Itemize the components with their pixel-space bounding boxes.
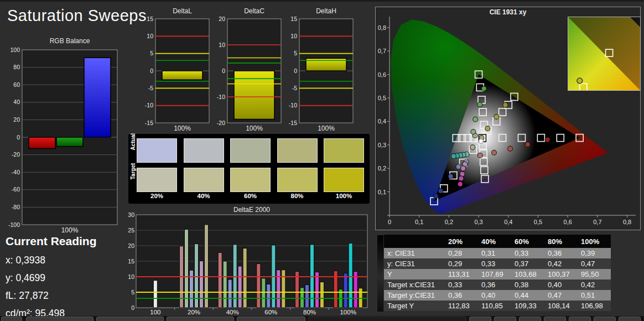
bottom-tab[interactable] [519,317,541,321]
svg-text:0,8: 0,8 [378,24,386,31]
measured-point [508,146,513,151]
svg-text:0,5: 0,5 [534,219,542,225]
measured-point [481,86,486,91]
svg-text:0,6: 0,6 [564,219,572,225]
current-reading-title: Current Reading [6,235,97,248]
bottom-tab[interactable] [308,317,466,321]
swatch-actual-60% [230,138,271,163]
table-header-cell: 100% [578,235,611,248]
table-cell: 108,14 [544,301,578,311]
svg-text:-60: -60 [12,186,20,193]
svg-text:100%: 100% [318,125,335,132]
swatch-column-label: 80% [277,193,318,199]
svg-text:0,6: 0,6 [378,71,386,78]
table-cell: 0,33 [478,258,511,269]
svg-text:15: 15 [128,258,134,265]
bottom-tab[interactable] [494,317,516,321]
svg-text:10: 10 [290,33,297,39]
table-cell: 0,37 [511,258,544,269]
svg-text:100%: 100% [340,309,356,315]
bottom-tab[interactable] [26,317,94,321]
table-row-label: x: CIE31 [384,248,445,258]
bottom-tab[interactable] [619,317,641,321]
svg-text:-10: -10 [217,94,225,100]
svg-text:DeltaH: DeltaH [316,7,336,15]
table-row: Target Y112,83110,85109,33108,14106,98 [384,301,611,311]
table-cell: 0,36 [478,279,511,290]
table-row: Target x:CIE310,330,360,380,400,42 [384,279,611,290]
svg-text:80: 80 [13,64,20,70]
table-row: x: CIE310,280,310,330,360,39 [384,248,611,258]
measured-point [458,182,463,187]
svg-text:10: 10 [219,42,225,48]
meter-bar [234,71,274,119]
svg-text:DeltaL: DeltaL [173,7,192,15]
deltae-bar [185,229,189,308]
svg-text:-10: -10 [289,102,297,108]
measured-point [477,102,482,107]
table-cell: 0,29 [445,258,478,269]
bottom-tab[interactable] [544,317,566,321]
bar-green [56,137,83,147]
bottom-tab[interactable] [167,317,234,321]
bottom-tab[interactable] [594,317,616,321]
deltae-bar [300,288,304,308]
reading-fl: fL: 27,872 [6,290,97,302]
svg-text:0,8: 0,8 [623,219,631,225]
rgb_balance-svg: RGB Balance-100-80-60-40-200204060801001… [3,37,128,235]
page-title: Saturation Sweeps [7,7,147,25]
swatch-row-label: Target [130,171,136,180]
bottom-tab[interactable] [469,317,491,321]
bottom-tab[interactable] [569,317,591,321]
measured-point [451,154,456,159]
svg-text:-20: -20 [12,151,20,158]
delta-h-chart: DeltaH-15-10-5051015100% [284,7,356,133]
measured-point [494,114,499,119]
bottom-tab[interactable] [237,317,305,321]
table-header-cell: 60% [511,235,544,248]
bottom-tab[interactable] [96,317,164,321]
svg-text:100%: 100% [246,125,263,132]
table-cell: 0,47 [544,290,578,301]
table-cell: 0,40 [478,290,511,301]
svg-text:RGB Balance: RGB Balance [50,37,90,45]
svg-text:-40: -40 [12,169,20,175]
deltae-bar [267,284,271,308]
svg-text:0,4: 0,4 [504,219,512,225]
bottom-tab[interactable] [1,317,22,321]
svg-text:-15: -15 [145,120,153,126]
measurement-table: 20%40%60%80%100%x: CIE310,280,310,330,36… [384,235,611,311]
swatch-column-label: 20% [137,193,177,199]
swatch-actual-100% [324,138,364,163]
deltae-bar [277,270,281,308]
measured-point [438,188,443,193]
window-top-border [0,0,644,2]
table-cell: 0,33 [511,248,544,258]
deltae-bar [190,270,194,308]
svg-text:20: 20 [219,15,225,22]
svg-text:5: 5 [294,50,297,56]
delta-l-chart: DeltaL-15-10-5051015100% [141,7,212,133]
table-cell: 0,42 [578,279,611,290]
svg-text:30: 30 [128,211,134,218]
table-header-cell: 80% [544,235,578,248]
svg-text:DeltaE 2000: DeltaE 2000 [233,206,270,214]
svg-text:0,3: 0,3 [378,142,386,148]
swatch-actual-80% [277,138,318,163]
svg-text:60%: 60% [264,309,277,315]
svg-text:0,2: 0,2 [445,219,453,225]
measured-point [473,117,478,122]
deltae-bar [320,282,324,308]
svg-text:0: 0 [222,68,225,74]
table-cell: 0,47 [578,258,611,269]
svg-text:5: 5 [131,289,134,296]
reading-x: x: 0,3938 [6,255,97,266]
table-cell: 110,85 [478,301,511,311]
cie-zoom-inset [568,17,641,91]
svg-text:15: 15 [290,15,297,22]
measured-point [433,194,438,199]
table-cell: 100,37 [544,269,578,279]
current-reading: Current Reading x: 0,3938 y: 0,4699 fL: … [6,235,97,321]
deltae-bar [315,272,319,308]
table-header-cell: 20% [445,235,478,248]
